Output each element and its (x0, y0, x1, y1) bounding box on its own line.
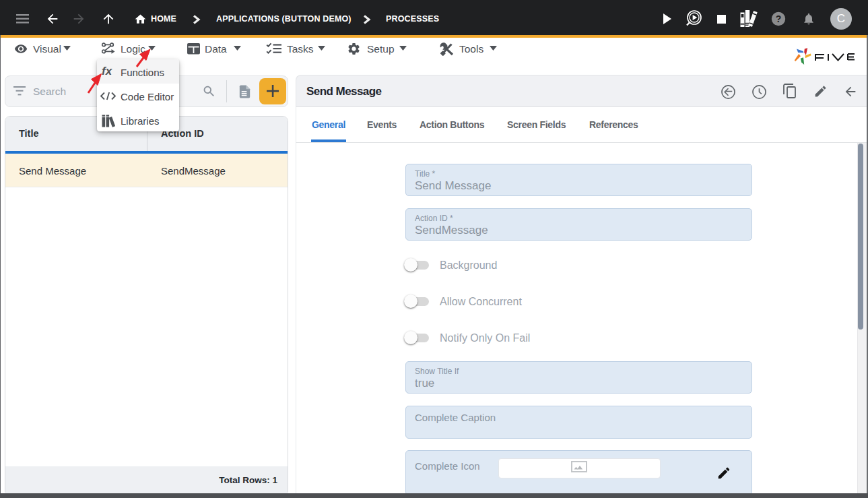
svg-text:?: ? (776, 13, 782, 24)
